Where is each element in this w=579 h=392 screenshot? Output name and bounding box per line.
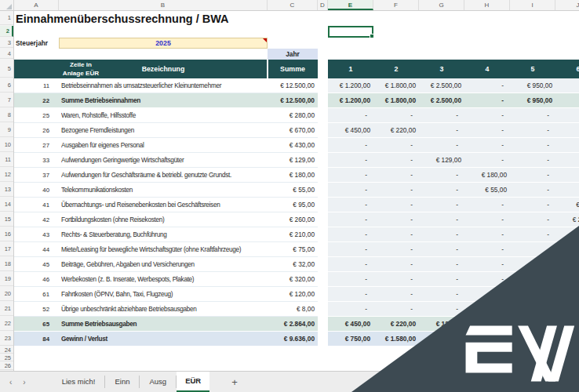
cell-month-6[interactable]: € 260,00: [555, 212, 579, 227]
cell-month-6[interactable]: € 95,00: [555, 198, 579, 212]
cell-month-4[interactable]: € 55,00: [464, 183, 507, 198]
cell-month-1[interactable]: -: [328, 212, 367, 227]
column-header-A[interactable]: A: [14, 0, 59, 10]
sheet-tab-eür[interactable]: EÜR: [177, 372, 209, 392]
cell-line-number[interactable]: 37: [14, 168, 49, 183]
cell-month-6[interactable]: -: [555, 78, 579, 93]
cell-sum[interactable]: € 32,00: [268, 257, 315, 272]
row-header-17[interactable]: 17: [0, 242, 13, 256]
cell-sum[interactable]: € 320,00: [268, 272, 315, 287]
cell-sum[interactable]: € 120,00: [268, 287, 315, 302]
row-header-5[interactable]: 5: [0, 60, 13, 78]
cell-description[interactable]: Telekommunikationskosten: [61, 183, 268, 198]
cell-month-3[interactable]: -: [419, 168, 458, 183]
cell-line-number[interactable]: 25: [14, 108, 49, 123]
cell-month-4[interactable]: -: [464, 153, 504, 168]
cell-month-4[interactable]: -: [464, 123, 504, 138]
cell-sum[interactable]: € 430,00: [268, 138, 315, 153]
cell-month-2[interactable]: € 1.800,00: [373, 93, 416, 108]
column-header-I[interactable]: I: [510, 0, 555, 10]
cell-description[interactable]: Werbekosten (z. B. Inserate, Werbespots,…: [61, 272, 268, 287]
cell-month-5[interactable]: -: [510, 227, 549, 242]
cell-month-1[interactable]: -: [328, 183, 367, 198]
cell-month-3[interactable]: -: [419, 272, 458, 287]
cell-month-3[interactable]: -: [419, 123, 458, 138]
cell-sum[interactable]: € 670,00: [268, 123, 315, 138]
row-header-21[interactable]: 21: [0, 302, 13, 316]
cell-month-3[interactable]: -: [419, 287, 458, 302]
cell-description[interactable]: Fahrtkosten (ÖPNV, Bahn, Taxi, Flugzeug): [61, 287, 268, 302]
row-header-7[interactable]: 7: [0, 93, 13, 107]
cell-month-3[interactable]: -: [419, 257, 458, 272]
cell-month-4[interactable]: -: [464, 93, 504, 108]
cell-month-4[interactable]: -: [464, 272, 504, 287]
cell-month-3[interactable]: -: [419, 108, 458, 123]
row-header-19[interactable]: 19: [0, 272, 13, 286]
cell-month-1[interactable]: € 1.200,00: [328, 93, 370, 108]
cell-month-5[interactable]: € 950,00: [510, 93, 552, 108]
row-header-22[interactable]: 22: [0, 317, 13, 331]
row-header-12[interactable]: 12: [0, 168, 13, 182]
cell-month-2[interactable]: € 220,00: [373, 317, 416, 332]
cell-description[interactable]: Summe Betriebseinnahmen: [61, 93, 268, 108]
cell-line-number[interactable]: 33: [14, 153, 49, 168]
cell-month-1[interactable]: -: [328, 153, 367, 168]
tax-year-input[interactable]: 2025: [59, 38, 268, 49]
cell-month-3[interactable]: -: [419, 212, 458, 227]
cell-sum[interactable]: € 75,00: [268, 242, 315, 257]
cell-line-number[interactable]: 46: [14, 272, 49, 287]
cell-line-number[interactable]: 42: [14, 212, 49, 227]
cell-description[interactable]: Aufwendungen für Geschäftsräume & betrie…: [61, 168, 268, 183]
cell-month-2[interactable]: -: [373, 108, 413, 123]
cell-line-number[interactable]: 84: [14, 332, 49, 347]
row-header-24[interactable]: 24: [0, 347, 13, 354]
cell-month-1[interactable]: -: [328, 287, 367, 302]
row-header-3[interactable]: 3: [0, 38, 13, 48]
cell-month-2[interactable]: -: [373, 287, 413, 302]
cell-description[interactable]: Übernachtungs- und Reisenebenkosten bei …: [61, 198, 268, 212]
cell-description[interactable]: Miete/Leasing für bewegliche Wirtschafts…: [61, 242, 268, 257]
cell-month-1[interactable]: -: [328, 168, 367, 183]
cell-month-2[interactable]: € 1.800,00: [373, 78, 416, 93]
cell-month-1[interactable]: € 450,00: [328, 123, 370, 138]
cell-sum[interactable]: € 180,00: [268, 168, 315, 183]
cell-month-2[interactable]: -: [373, 198, 413, 212]
cell-month-2[interactable]: -: [373, 153, 413, 168]
row-header-20[interactable]: 20: [0, 287, 13, 301]
cell-month-6[interactable]: -: [555, 168, 579, 183]
cell-month-4[interactable]: -: [464, 242, 504, 257]
cell-month-4[interactable]: -: [464, 198, 504, 212]
cell-month-6[interactable]: -: [555, 138, 579, 153]
row-header-6[interactable]: 6: [0, 78, 13, 93]
cell-month-3[interactable]: € 2.500,00: [419, 93, 461, 108]
cell-description[interactable]: Waren, Rohstoffe, Hilfsstoffe: [61, 108, 268, 123]
add-sheet-button[interactable]: +: [225, 372, 244, 392]
cell-month-1[interactable]: -: [328, 227, 367, 242]
row-header-16[interactable]: 16: [0, 227, 13, 241]
cell-line-number[interactable]: 41: [14, 198, 49, 212]
cell-month-3[interactable]: -: [419, 138, 458, 153]
cell-sum[interactable]: € 2.864,00: [268, 317, 315, 332]
cell-description[interactable]: Summe Betriebsausgaben: [61, 317, 268, 332]
cell-month-4[interactable]: € 180,00: [464, 168, 507, 183]
cell-description[interactable]: Bezogene Fremdleistungen: [61, 123, 268, 138]
cell-month-1[interactable]: -: [328, 242, 367, 257]
cell-month-6[interactable]: -: [555, 183, 579, 198]
cell-month-4[interactable]: -: [464, 138, 504, 153]
cell-month-4[interactable]: -: [464, 227, 504, 242]
row-header-25[interactable]: 25: [0, 354, 13, 361]
cell-month-6[interactable]: -: [555, 123, 579, 138]
cell-month-5[interactable]: -: [510, 123, 549, 138]
cell-month-2[interactable]: € 1.580,00: [373, 332, 416, 347]
cell-line-number[interactable]: 65: [14, 317, 49, 332]
row-header-11[interactable]: 11: [0, 153, 13, 167]
cell-month-3[interactable]: -: [419, 242, 458, 257]
cell-month-3[interactable]: -: [419, 198, 458, 212]
cell-sum[interactable]: € 260,00: [268, 212, 315, 227]
cell-month-5[interactable]: -: [510, 153, 549, 168]
cell-line-number[interactable]: 40: [14, 183, 49, 198]
cell-sum[interactable]: € 95,00: [268, 198, 315, 212]
column-header-C[interactable]: C: [268, 0, 318, 10]
row-header-23[interactable]: 23: [0, 332, 13, 346]
cell-month-2[interactable]: -: [373, 257, 413, 272]
